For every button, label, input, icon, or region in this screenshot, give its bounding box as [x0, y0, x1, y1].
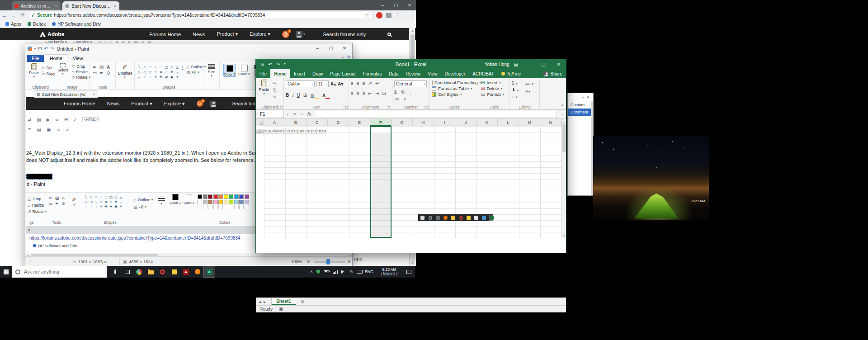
panel-item-custom[interactable]: Custom	[568, 101, 593, 109]
percent-style-button[interactable]: %	[401, 90, 406, 95]
shape-6-icon[interactable]: ◇	[169, 65, 175, 70]
column-header-j[interactable]: J	[455, 119, 476, 126]
font-name-select[interactable]: Calibri▾	[286, 80, 315, 87]
tab-page-layout[interactable]: Page Layout	[326, 69, 359, 78]
macro-record-icon[interactable]: ▣	[279, 307, 283, 312]
scroll-down-icon[interactable]: ▾	[182, 68, 183, 71]
format-as-table-button[interactable]: Format as Table ▾	[432, 86, 479, 91]
accounting-format-button[interactable]: $	[394, 90, 397, 95]
select-button[interactable]: Select ▾	[56, 63, 70, 76]
clipboard-dialog-launcher[interactable]: ▾	[278, 105, 283, 109]
column-header-l[interactable]: L	[498, 119, 519, 126]
column-header-h[interactable]: H	[413, 119, 434, 126]
color1-button[interactable]: Color 1	[223, 64, 236, 77]
tab-close-icon[interactable]: ✕	[113, 4, 117, 8]
cancel-entry-icon[interactable]: ✕	[291, 112, 298, 117]
panel-minimize-icon[interactable]: –	[582, 95, 584, 99]
pencil-icon[interactable]: ✏	[91, 65, 98, 71]
defender-icon[interactable]	[316, 269, 320, 274]
font-color-button[interactable]: A	[322, 91, 330, 99]
action-center-icon[interactable]	[406, 270, 411, 274]
text-tool-icon[interactable]: A	[105, 65, 112, 71]
eraser-icon[interactable]: ▭	[91, 71, 98, 76]
window-close-button[interactable]: ✕	[403, 0, 416, 10]
formula-bar-expand[interactable]: ▾	[559, 113, 566, 116]
column-header-e[interactable]: E	[349, 119, 370, 126]
column-header-b[interactable]: B	[285, 119, 307, 126]
qat-dropdown-icon[interactable]: ▾	[284, 62, 285, 67]
excel-minimize-button[interactable]: –	[523, 62, 533, 67]
shape-18-icon[interactable]: ↓	[147, 75, 153, 80]
signed-in-user[interactable]: Yohan Hong	[485, 62, 509, 67]
column-header-i[interactable]: I	[434, 119, 455, 126]
shape-13-icon[interactable]: ⌂	[164, 70, 169, 75]
tab-view[interactable]: View	[424, 69, 441, 78]
paint-tab-view[interactable]: View	[68, 55, 88, 62]
bookmark-star-icon[interactable]: ☆	[365, 12, 369, 18]
scroll-down-icon[interactable]: ▾	[562, 234, 566, 237]
shape-19-icon[interactable]: ✶	[153, 75, 158, 80]
shape-0-icon[interactable]: ╲	[137, 65, 142, 70]
fill-button[interactable]: ▨Fill▾	[186, 70, 206, 75]
formula-input[interactable]	[315, 111, 557, 118]
start-button[interactable]	[0, 266, 12, 278]
shape-20-icon[interactable]: ✚	[158, 75, 164, 80]
excel-title-bar[interactable]: ⊡ ↶ ↷ ▾ Book1 - Excel Yohan Hong ▤ – ▢ ✕	[256, 59, 566, 69]
redo-icon[interactable]: ↷	[50, 46, 54, 51]
color-picker-icon[interactable]: ✒	[98, 71, 105, 76]
shape-17-icon[interactable]: ↑	[142, 75, 147, 80]
scrollbar-thumb[interactable]	[31, 254, 158, 256]
fill-button[interactable]: ⬇ ▾	[512, 87, 519, 92]
number-dialog-launcher[interactable]: ▾	[425, 105, 429, 109]
undo-icon[interactable]: ↶	[268, 62, 272, 67]
confirm-entry-icon[interactable]: ✓	[298, 112, 306, 117]
pen-icon[interactable]: ✎	[349, 269, 353, 274]
font-size-select[interactable]: 11▾	[316, 80, 329, 87]
shape-16-icon[interactable]: ←	[137, 75, 142, 80]
firefox-icon[interactable]	[192, 266, 203, 278]
fill-color-button[interactable]: ▨	[310, 91, 319, 99]
user-avatar-menu[interactable]: ▾	[296, 31, 305, 38]
language-indicator[interactable]: ENG	[364, 269, 373, 274]
tab-start-new-discussion[interactable]: Start New Discussion |Ad ✕	[62, 1, 119, 10]
column-header-d[interactable]: D	[328, 119, 349, 126]
notifications-icon[interactable]: @ 1	[282, 31, 289, 38]
search-icon[interactable]	[387, 33, 391, 36]
underline-button[interactable]: U	[297, 93, 300, 98]
url-text[interactable]: https://forums.adobe.com/discussion/crea…	[54, 13, 363, 18]
cell-styles-button[interactable]: Cell Styles ▾	[432, 92, 479, 97]
shape-14-icon[interactable]: ♥	[169, 70, 175, 75]
shape-22-icon[interactable]: ◆	[169, 75, 175, 80]
tab-tell-me[interactable]: Tell me	[498, 71, 525, 76]
tab-file[interactable]: File	[256, 69, 270, 78]
align-top-button[interactable]: ≡	[351, 81, 354, 86]
excel-close-button[interactable]: ✕	[553, 62, 564, 67]
decrease-font-button[interactable]: A▾	[338, 81, 343, 86]
column-header-a[interactable]: A	[264, 119, 285, 126]
keyboard-icon[interactable]	[357, 270, 363, 274]
insert-function-icon[interactable]: fx	[306, 112, 313, 117]
chrome-menu-icon[interactable]: ⋮	[393, 12, 402, 18]
merge-center-button[interactable]: ⊡	[382, 91, 386, 96]
panel-close-icon[interactable]: ✕	[586, 95, 590, 99]
column-header-g[interactable]: G	[392, 119, 413, 126]
shapes-scroll[interactable]: ▴▾	[182, 65, 183, 71]
zoom-slider-thumb[interactable]	[326, 259, 330, 264]
nav-explore[interactable]: Explore ▾	[250, 31, 270, 37]
clear-button[interactable]: ◌ ▾	[512, 94, 519, 99]
qat-dropdown-icon[interactable]: ▾	[34, 47, 36, 50]
paste-button[interactable]: Paste ▾	[258, 80, 270, 95]
decrease-indent-button[interactable]: ⇤	[368, 91, 372, 96]
tab-insert[interactable]: Insert	[290, 69, 309, 78]
nav-forums-home[interactable]: Forums Home	[149, 32, 181, 37]
shape-7-icon[interactable]: △	[175, 65, 180, 70]
align-bottom-button[interactable]: ≡	[363, 81, 365, 86]
increase-font-button[interactable]: A▴	[330, 81, 336, 86]
size-button[interactable]: Size ▾	[205, 63, 218, 78]
task-view-icon[interactable]	[121, 266, 133, 278]
tab-data[interactable]: Data	[385, 69, 402, 78]
number-format-select[interactable]: General▾	[394, 80, 427, 87]
acrobat-icon[interactable]: A	[180, 266, 192, 278]
sticky-notes-icon[interactable]	[168, 266, 180, 278]
shape-5-icon[interactable]: ▢	[164, 65, 169, 70]
